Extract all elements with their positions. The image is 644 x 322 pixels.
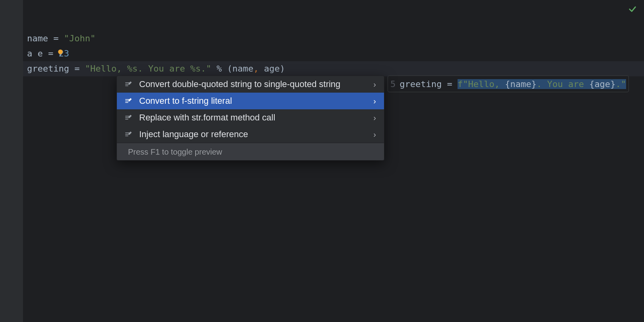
string-token: Hello, [468,79,505,89]
string-token: . You are [537,79,589,89]
string-token: "Hello, %s. You are %s." [85,64,211,74]
analysis-ok-icon[interactable] [628,4,637,16]
chevron-right-icon: › [373,113,376,122]
code-line[interactable]: age = 23 [23,46,644,61]
intention-preview-panel: 5greeting = f"Hello, {name}. You are {ag… [388,76,629,92]
string-token: . [615,79,621,89]
identifier-token: a [27,48,32,58]
intention-actions-menu[interactable]: Convert double-quoted string to single-q… [116,76,384,161]
identifier-token: age [594,79,610,89]
editor-gutter [0,0,23,322]
op-token: = [69,64,85,74]
identifier-token: age [264,64,280,74]
code-line-current[interactable]: greeting = "Hello, %s. You are %s." % (n… [23,61,644,76]
string-token: " [621,79,626,89]
op-token: = [48,33,64,43]
space-token [259,64,264,74]
intention-item-str-format[interactable]: Replace with str.format method call › [117,109,384,126]
f-prefix-token: f [458,79,463,89]
svg-point-0 [58,50,63,54]
identifier-token: e [38,48,43,58]
op-token: % ( [211,64,233,74]
intention-item-label: Inject language or reference [139,129,248,140]
identifier-token: name [233,64,254,74]
intention-bulb-icon[interactable] [56,48,64,56]
intention-item-convert-fstring[interactable]: Convert to f-string literal › [117,93,384,109]
code-line[interactable]: name = "John" [23,31,644,46]
chevron-right-icon: › [373,80,376,89]
intention-icon [124,113,133,122]
op-token: = [442,79,458,89]
chevron-right-icon: › [373,97,376,106]
editor-area[interactable]: name = "John" age = 23 greeting = "Hello… [23,0,644,322]
chevron-right-icon: › [373,130,376,139]
brace-token: } [610,79,615,89]
intention-item-label: Replace with str.format method call [139,113,275,123]
intention-icon [124,97,133,105]
intention-item-convert-quotes[interactable]: Convert double-quoted string to single-q… [117,76,384,93]
identifier-token: name [510,79,531,89]
string-token: " [463,79,468,89]
preview-line-number: 5 [390,79,396,89]
identifier-token: name [27,33,48,43]
string-token: "John" [64,33,95,43]
svg-rect-2 [60,55,61,56]
identifier-token: greeting [400,79,442,89]
comma-token: , [254,64,259,74]
editor-root: name = "John" age = 23 greeting = "Hello… [0,0,644,322]
brace-token: { [589,79,594,89]
intention-item-inject-language[interactable]: Inject language or reference › [117,126,384,143]
brace-token: { [505,79,510,89]
intention-menu-footer: Press F1 to toggle preview [117,143,384,160]
brace-token: } [531,79,536,89]
intention-icon [124,80,133,89]
preview-highlight: f"Hello, {name}. You are {age}." [458,79,626,89]
intention-item-label: Convert to f-string literal [139,96,232,106]
identifier-token: greeting [27,64,69,74]
intention-icon [124,130,133,139]
intention-item-label: Convert double-quoted string to single-q… [139,79,340,89]
op-token: ) [280,64,285,74]
svg-rect-1 [60,54,62,55]
